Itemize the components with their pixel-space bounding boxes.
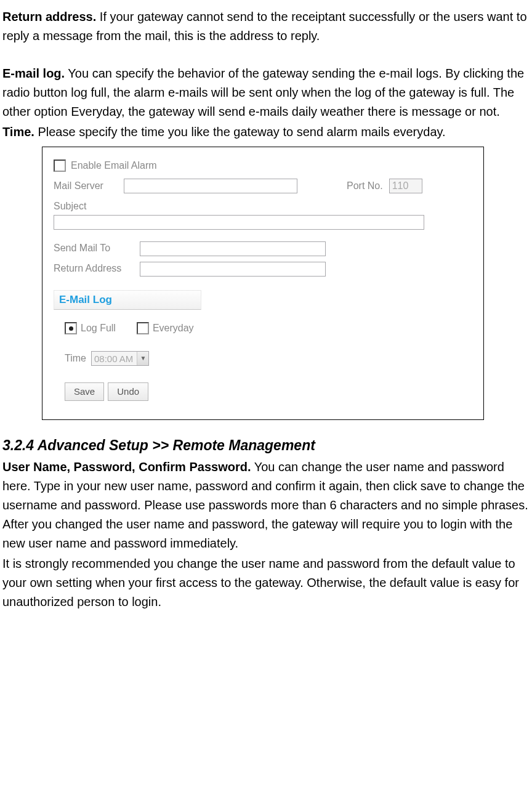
section-heading: 3.2.4 Advanced Setup >> Remote Managemen… <box>2 435 530 457</box>
radio-dot-icon <box>69 326 73 331</box>
return-address-label: Return address. <box>2 10 96 23</box>
enable-label: Enable Email Alarm <box>71 158 157 174</box>
chevron-down-icon: ▼ <box>137 352 148 365</box>
port-label: Port No. <box>347 179 383 194</box>
time-row: Time 08:00 AM ▼ <box>65 351 472 366</box>
returnaddr-label: Return Address <box>54 261 140 277</box>
subject-label-row: Subject <box>54 199 472 214</box>
everyday-label: Everyday <box>153 321 194 336</box>
returnaddr-row: Return Address <box>54 261 472 277</box>
time-label: Time. <box>2 125 34 139</box>
email-log-section-header: E-Mail Log <box>54 290 201 310</box>
paragraph-return: Return address. If your gateway cannot s… <box>2 7 530 46</box>
time-dropdown-value: 08:00 AM <box>92 352 137 366</box>
mailserver-row: Mail Server Port No. 110 <box>54 179 472 194</box>
subject-input[interactable] <box>54 215 424 230</box>
email-log-text: You can specify the behavior of the gate… <box>2 67 524 118</box>
enable-row: Enable Email Alarm <box>54 158 472 174</box>
mailserver-label: Mail Server <box>54 179 124 194</box>
logfull-radio[interactable] <box>65 322 77 334</box>
logfull-label: Log Full <box>81 321 116 336</box>
paragraph-email-log: E-mail log. You can specify the behavior… <box>2 64 530 121</box>
email-alarm-panel: Enable Email Alarm Mail Server Port No. … <box>42 147 484 420</box>
subject-label: Subject <box>54 199 86 214</box>
sendto-label: Send Mail To <box>54 241 140 256</box>
paragraph-recommendation: It is strongly recommended you change th… <box>2 554 530 612</box>
credentials-label: User Name, Password, Confirm Password. <box>2 460 251 474</box>
paragraph-credentials: User Name, Password, Confirm Password. Y… <box>2 458 530 553</box>
time-dropdown[interactable]: 08:00 AM ▼ <box>91 351 149 366</box>
time-text: Please specify the time you like the gat… <box>34 125 446 139</box>
enable-checkbox[interactable] <box>54 160 66 172</box>
sendto-input[interactable] <box>140 241 326 256</box>
save-button[interactable]: Save <box>65 382 104 401</box>
subject-input-row <box>54 215 472 230</box>
email-log-label: E-mail log. <box>2 67 65 80</box>
sendto-row: Send Mail To <box>54 241 472 256</box>
returnaddr-input[interactable] <box>140 262 326 277</box>
time-field-label: Time <box>65 351 86 366</box>
mailserver-input[interactable] <box>124 179 297 193</box>
undo-button[interactable]: Undo <box>108 382 148 401</box>
buttons-row: Save Undo <box>65 382 472 401</box>
everyday-radio[interactable] <box>137 322 149 334</box>
paragraph-time: Time. Please specify the time you like t… <box>2 123 530 142</box>
port-input[interactable]: 110 <box>389 179 422 193</box>
radio-row: Log Full Everyday <box>65 321 472 336</box>
